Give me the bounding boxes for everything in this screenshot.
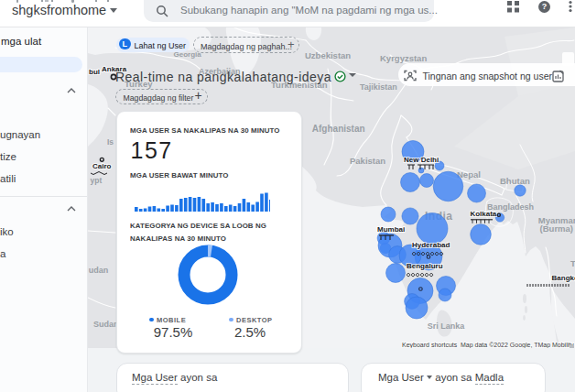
svg-text:Bengaluru: Bengaluru [407, 262, 443, 270]
svg-text:Sri Lanka: Sri Lanka [428, 321, 466, 331]
svg-text:Hyderabad: Hyderabad [412, 241, 450, 249]
svg-text:Bhutan: Bhutan [500, 176, 530, 186]
svg-text:Kolkata: Kolkata [470, 210, 496, 218]
svg-text:(Burma): (Burma) [540, 223, 573, 234]
svg-text:New Delhi: New Delhi [404, 156, 439, 164]
svg-text:Uzbekistan: Uzbekistan [305, 50, 351, 60]
svg-text:Is: Is [107, 137, 114, 147]
svg-text:Bangko: Bangko [552, 274, 575, 282]
svg-text:ypt: ypt [91, 176, 103, 185]
svg-text:Sudan: Sudan [93, 320, 119, 329]
svg-text:T: T [570, 258, 575, 268]
svg-text:Mumbai: Mumbai [377, 225, 405, 234]
svg-text:Cairo: Cairo [92, 162, 112, 170]
svg-text:Afghanistan: Afghanistan [312, 124, 365, 134]
svg-text:Kyrgyzstan: Kyrgyzstan [380, 53, 427, 63]
svg-text:bul: bul [89, 68, 100, 76]
svg-text:udan: udan [89, 266, 109, 275]
svg-text:Pakistan: Pakistan [350, 156, 385, 166]
svg-text:Tajikistan: Tajikistan [360, 82, 397, 92]
svg-text:Map data ©2022 Google, TMap Mo: Map data ©2022 Google, TMap Mobility [461, 342, 574, 348]
svg-text:Keyboard shortcuts: Keyboard shortcuts [402, 342, 458, 348]
